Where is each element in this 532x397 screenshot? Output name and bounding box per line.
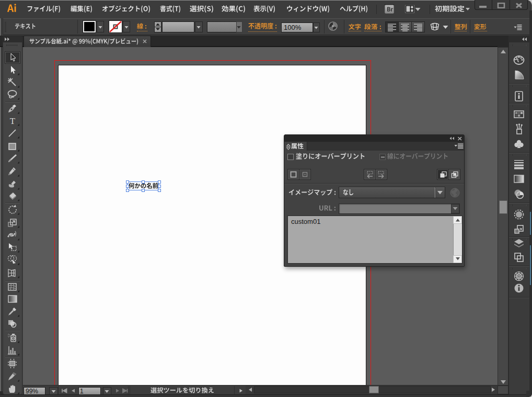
svg-text:T: T <box>9 116 15 126</box>
